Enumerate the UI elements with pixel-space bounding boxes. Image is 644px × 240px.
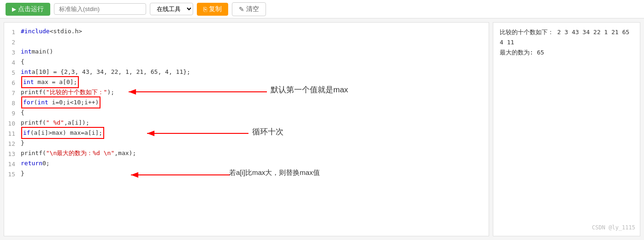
csdn-watermark: CSDN @ly_1115	[592, 223, 635, 232]
code-line-4: {	[21, 57, 489, 67]
code-lines[interactable]: #include <stdio.h>int main(){ int a[10] …	[19, 26, 489, 232]
code-area: 123456789101112131415 #include <stdio.h>…	[4, 23, 489, 236]
toolbar: 点击运行 在线工具 复制 清空	[0, 0, 644, 18]
code-line-11: if(a[i]>max) max=a[i];	[21, 128, 489, 138]
code-line-7: printf("比较的十个数如下：");	[21, 87, 489, 97]
tool-select[interactable]: 在线工具	[150, 3, 193, 15]
code-line-14: return 0;	[21, 158, 489, 168]
code-line-1: #include <stdio.h>	[21, 26, 489, 36]
code-line-9: {	[21, 108, 489, 118]
line-numbers: 123456789101112131415	[4, 26, 19, 232]
output-panel: 比较的十个数如下： 2 3 43 34 22 1 21 65 4 11 最大的数…	[493, 22, 640, 236]
code-line-6: int max = a[0];	[21, 77, 489, 87]
stdin-input[interactable]	[54, 3, 146, 15]
code-line-3: int main()	[21, 47, 489, 57]
code-line-10: printf(" %d",a[i]);	[21, 118, 489, 128]
code-line-8: for(int i=0;i<10;i++)	[21, 97, 489, 108]
code-line-13: printf("\n最大的数为：%d \n",max);	[21, 148, 489, 158]
output-line1: 比较的十个数如下： 2 3 43 34 22 1 21 65 4 11	[500, 27, 633, 48]
code-line-5: int a[10] = {2,3, 43, 34, 22, 1, 21, 65,…	[21, 67, 489, 77]
code-line-12: }	[21, 138, 489, 148]
copy-button[interactable]: 复制	[197, 3, 228, 16]
main-content: 123456789101112131415 #include <stdio.h>…	[0, 18, 644, 240]
run-button[interactable]: 点击运行	[6, 3, 50, 16]
code-line-2	[21, 36, 489, 47]
code-panel: 123456789101112131415 #include <stdio.h>…	[4, 22, 489, 236]
code-line-15: }	[21, 168, 489, 179]
output-line2: 最大的数为: 65	[500, 48, 633, 58]
clear-button[interactable]: 清空	[232, 2, 266, 16]
